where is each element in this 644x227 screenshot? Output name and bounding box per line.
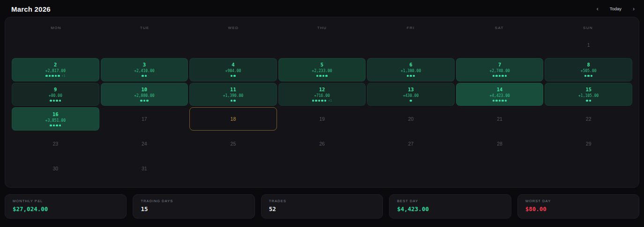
- trade-dot-icon: [505, 75, 507, 77]
- trade-dot-icon: [146, 100, 149, 102]
- trade-dot-icon: [407, 75, 409, 77]
- stat-label: WORST DAY: [525, 199, 631, 203]
- day-number: 29: [586, 141, 592, 146]
- day-cell-9[interactable]: 9+80.00: [12, 83, 99, 106]
- trade-overflow-count: +1: [62, 74, 66, 78]
- weekday-label: SUN: [544, 26, 632, 30]
- trade-dots: [231, 99, 236, 102]
- trade-dots: [231, 74, 236, 77]
- day-pnl-value: +2,817.00: [45, 69, 66, 73]
- day-cell-6[interactable]: 6+1,380.00: [367, 58, 455, 81]
- day-number: 19: [319, 116, 325, 122]
- day-cell-8[interactable]: 8+505.00: [545, 58, 632, 81]
- day-cell-28[interactable]: 28: [456, 132, 544, 155]
- day-number: 30: [52, 166, 58, 171]
- day-pnl-value: +1,380.00: [401, 69, 421, 73]
- next-month-button[interactable]: ›: [633, 6, 635, 12]
- trade-dots: +1: [45, 74, 65, 77]
- day-number: 3: [143, 62, 146, 67]
- trade-dots: [586, 99, 591, 102]
- day-cell-4[interactable]: 4+984.00: [189, 58, 277, 81]
- trade-dot-icon: [321, 100, 323, 102]
- day-cell-21[interactable]: 21: [456, 107, 544, 131]
- trade-overflow-count: +1: [328, 99, 332, 103]
- day-cell-27[interactable]: 27: [367, 132, 455, 155]
- day-cell-12[interactable]: 12+716.00+1: [278, 83, 366, 106]
- day-number: 9: [54, 87, 57, 92]
- day-cell-13[interactable]: 13+430.00: [367, 83, 455, 106]
- trade-dot-icon: [56, 100, 58, 102]
- day-cell-30[interactable]: 30: [12, 157, 99, 180]
- trade-dot-icon: [505, 100, 507, 102]
- day-cell-18[interactable]: 18: [189, 107, 277, 131]
- day-number: 31: [142, 166, 147, 171]
- day-number: 15: [585, 87, 592, 92]
- day-cell-25[interactable]: 25: [189, 132, 277, 155]
- day-pnl-value: +2,880.00: [134, 94, 154, 98]
- day-cell-16[interactable]: 16+3,851.00: [12, 107, 99, 131]
- page-title: March 2026: [11, 5, 51, 13]
- day-number: 11: [230, 87, 236, 92]
- day-number: 7: [498, 62, 501, 67]
- stat-card-worst-day: WORST DAY$80.00: [517, 194, 639, 219]
- trade-dot-icon: [495, 75, 498, 77]
- stat-card-trades: TRADES52: [261, 194, 383, 219]
- day-cell-23[interactable]: 23: [12, 132, 99, 155]
- day-cell-24[interactable]: 24: [101, 132, 188, 155]
- day-cell-20[interactable]: 20: [367, 107, 455, 131]
- stat-card-trading-days: TRADING DAYS15: [133, 194, 255, 219]
- day-cell-7[interactable]: 7+2,740.00: [456, 58, 544, 81]
- trade-dots: [316, 74, 328, 77]
- trade-dot-icon: [233, 100, 236, 102]
- day-cell-26[interactable]: 26: [278, 132, 366, 155]
- trade-dot-icon: [413, 75, 415, 77]
- trade-dot-icon: [316, 75, 319, 77]
- day-number: 8: [587, 62, 590, 67]
- trade-dot-icon: [410, 100, 412, 102]
- day-cell-1[interactable]: 1: [545, 33, 632, 57]
- day-pnl-value: +716.00: [314, 94, 330, 98]
- trade-dot-icon: [410, 75, 412, 77]
- day-cell-2[interactable]: 2+2,817.00+1: [12, 58, 99, 81]
- trade-dots: [493, 74, 507, 77]
- day-cell-5[interactable]: 5+2,233.00: [278, 58, 366, 81]
- trade-dot-icon: [52, 75, 54, 77]
- day-pnl-value: +2,233.00: [312, 69, 332, 73]
- prev-month-button[interactable]: ‹: [597, 6, 599, 12]
- day-number: 5: [321, 62, 323, 67]
- day-cell-19[interactable]: 19: [278, 107, 366, 131]
- day-cell-14[interactable]: 14+4,423.00: [456, 83, 544, 106]
- stat-label: TRADES: [269, 199, 375, 203]
- weekday-label: WED: [189, 26, 277, 30]
- trade-dot-icon: [53, 100, 55, 102]
- trade-dot-icon: [591, 75, 593, 77]
- trade-dot-icon: [142, 75, 144, 77]
- day-cell-22[interactable]: 22: [545, 107, 632, 131]
- calendar-grid: 12+2,817.00+13+2,410.004+984.005+2,233.0…: [12, 33, 632, 180]
- stat-label: MONTHLY P&L: [13, 199, 119, 203]
- day-number: 20: [408, 116, 414, 122]
- weekday-header-row: MONTUEWEDTHUFRISATSUN: [12, 22, 632, 33]
- day-cell-29[interactable]: 29: [545, 132, 632, 155]
- trade-dot-icon: [502, 100, 504, 102]
- trade-dot-icon: [233, 75, 236, 77]
- day-pnl-value: +984.00: [225, 69, 241, 73]
- trade-dot-icon: [312, 100, 315, 102]
- trade-dot-icon: [45, 75, 48, 77]
- day-cell-31[interactable]: 31: [101, 157, 188, 180]
- today-button[interactable]: Today: [610, 7, 622, 11]
- day-cell-3[interactable]: 3+2,410.00: [101, 58, 188, 81]
- weekday-label: THU: [277, 26, 366, 30]
- trade-dots: [50, 99, 61, 102]
- trading-calendar-app: March 2026 ‹ Today › MONTUEWEDTHUFRISATS…: [0, 0, 644, 227]
- trade-dots: +1: [312, 99, 332, 102]
- day-cell-11[interactable]: 11+1,390.00: [189, 83, 277, 106]
- day-cell-10[interactable]: 10+2,880.00: [101, 83, 188, 106]
- day-cell-17[interactable]: 17: [101, 107, 188, 131]
- day-number: 10: [142, 87, 148, 92]
- day-number: 22: [586, 116, 592, 122]
- stat-card-best-day: BEST DAY$4,423.00: [389, 194, 511, 219]
- trade-dots: [584, 74, 593, 77]
- day-number: 17: [142, 116, 147, 122]
- day-cell-15[interactable]: 15+1,105.00: [545, 83, 632, 106]
